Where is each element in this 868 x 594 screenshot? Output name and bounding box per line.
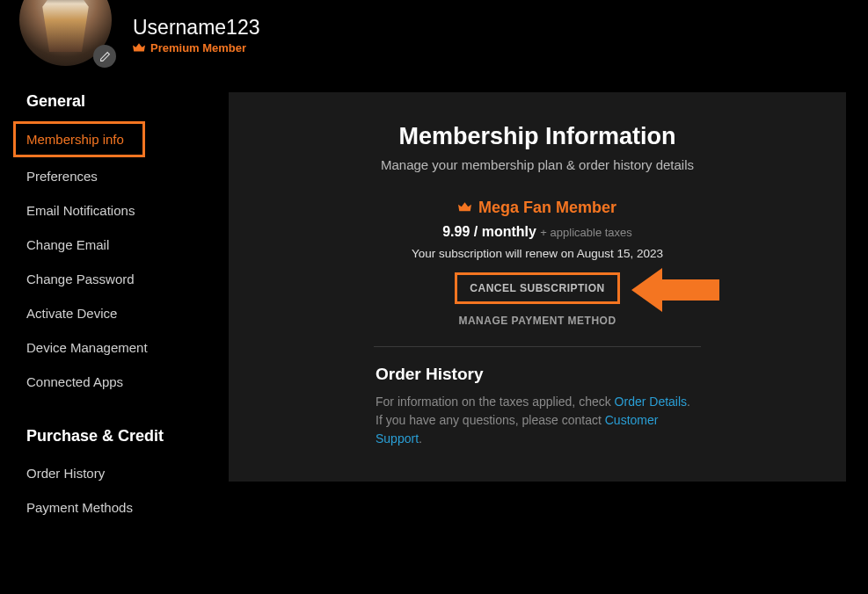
page-title: Membership Information (268, 123, 806, 150)
sidebar-item-connected-apps[interactable]: Connected Apps (26, 365, 211, 399)
avatar-wrap (19, 4, 112, 66)
sidebar-item-email-notifications[interactable]: Email Notifications (26, 193, 211, 228)
sidebar-item-order-history[interactable]: Order History (26, 456, 211, 490)
page-subtitle: Manage your membership plan & order hist… (268, 157, 806, 172)
sidebar-item-membership-info[interactable]: Membership info (13, 121, 145, 157)
pencil-icon (99, 51, 111, 62)
order-history-text: For information on the taxes applied, ch… (376, 393, 699, 448)
main-content: Membership Information Manage your membe… (229, 92, 846, 482)
order-history-title: Order History (376, 365, 699, 384)
cancel-subscription-button[interactable]: CANCEL SUBSCRIPTION (455, 272, 619, 304)
sidebar-item-change-password[interactable]: Change Password (26, 262, 211, 296)
sidebar-section-purchase: Purchase & Credit (26, 427, 211, 446)
sidebar-item-change-email[interactable]: Change Email (26, 228, 211, 262)
crown-icon (458, 202, 471, 214)
price: 9.99 / monthly + applicable taxes (268, 224, 806, 240)
plan-name: Mega Fan Member (268, 199, 806, 217)
divider (374, 346, 701, 347)
sidebar-item-payment-methods[interactable]: Payment Methods (26, 490, 211, 525)
tax-note: + applicable taxes (540, 226, 631, 239)
sidebar-item-device-management[interactable]: Device Management (26, 330, 211, 365)
edit-avatar-button[interactable] (93, 45, 116, 68)
profile-header: Username123 Premium Member (0, 0, 868, 70)
sidebar-section-general: General (26, 92, 211, 111)
order-history-section: Order History For information on the tax… (268, 365, 806, 448)
username: Username123 (133, 16, 259, 40)
sidebar-item-activate-device[interactable]: Activate Device (26, 296, 211, 330)
manage-payment-button[interactable]: MANAGE PAYMENT METHOD (268, 315, 806, 327)
renewal-text: Your subscription will renew on August 1… (268, 247, 806, 260)
sidebar: General Membership info Preferences Emai… (9, 92, 229, 525)
premium-badge: Premium Member (133, 41, 259, 54)
sidebar-item-preferences[interactable]: Preferences (26, 159, 211, 193)
user-info: Username123 Premium Member (133, 16, 259, 54)
order-details-link[interactable]: Order Details (615, 395, 687, 409)
crown-icon (133, 43, 145, 54)
